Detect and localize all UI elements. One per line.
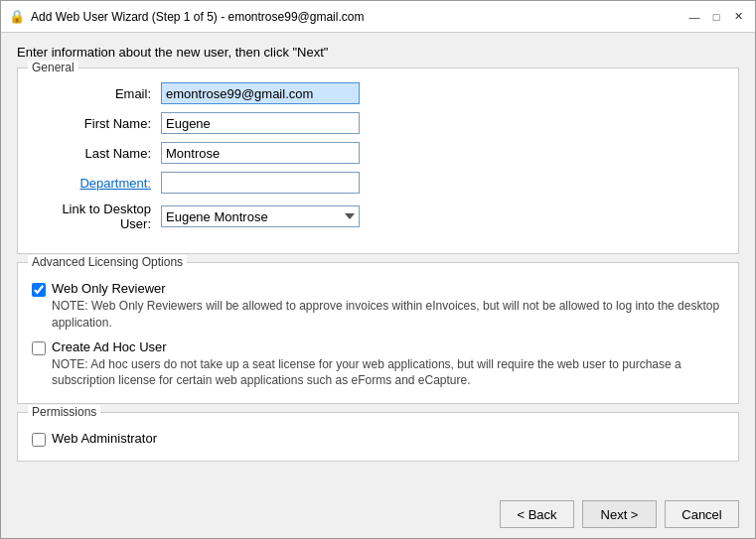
wizard-window: 🔒 Add Web User Wizard (Step 1 of 5) - em… <box>0 0 756 539</box>
back-button[interactable]: < Back <box>500 500 574 528</box>
lastname-row: Last Name: <box>32 142 724 164</box>
link-desktop-label: Link to Desktop User: <box>32 202 161 231</box>
department-row: Department: <box>32 172 724 194</box>
web-only-reviewer-row: Web Only Reviewer NOTE: Web Only Reviewe… <box>32 281 724 332</box>
lastname-label: Last Name: <box>32 146 161 161</box>
firstname-row: First Name: <box>32 112 724 134</box>
link-desktop-row: Link to Desktop User: Eugene Montrose <box>32 202 724 231</box>
web-admin-title: Web Administrator <box>52 431 157 446</box>
window-icon: 🔒 <box>9 9 25 25</box>
advanced-section-label: Advanced Licensing Options <box>28 255 187 269</box>
content-area: Enter information about the new user, th… <box>1 33 755 492</box>
ad-hoc-row: Create Ad Hoc User NOTE: Ad hoc users do… <box>32 339 724 390</box>
create-ad-hoc-checkbox[interactable] <box>32 341 46 355</box>
link-to-desktop-select[interactable]: Eugene Montrose <box>161 205 360 227</box>
web-only-reviewer-content: Web Only Reviewer NOTE: Web Only Reviewe… <box>52 281 724 332</box>
last-name-field[interactable] <box>161 142 360 164</box>
ad-hoc-note: NOTE: Ad hoc users do not take up a seat… <box>52 356 724 390</box>
department-field[interactable] <box>161 172 360 194</box>
web-admin-row: Web Administrator <box>32 431 724 447</box>
email-field[interactable] <box>161 82 360 104</box>
web-only-reviewer-title: Web Only Reviewer <box>52 281 724 296</box>
next-button[interactable]: Next > <box>582 500 657 528</box>
permissions-section-label: Permissions <box>28 405 100 419</box>
web-only-reviewer-checkbox[interactable] <box>32 283 46 297</box>
firstname-label: First Name: <box>32 116 161 131</box>
general-section-label: General <box>28 61 78 74</box>
title-bar: 🔒 Add Web User Wizard (Step 1 of 5) - em… <box>1 1 755 33</box>
close-button[interactable]: ✕ <box>729 8 747 26</box>
web-admin-checkbox[interactable] <box>32 433 46 447</box>
general-section: General Email: First Name: Last Name: De… <box>17 67 739 254</box>
first-name-field[interactable] <box>161 112 360 134</box>
web-admin-content: Web Administrator <box>52 431 157 446</box>
advanced-section: Advanced Licensing Options Web Only Revi… <box>17 262 739 404</box>
window-title: Add Web User Wizard (Step 1 of 5) - emon… <box>31 10 364 24</box>
footer: < Back Next > Cancel <box>1 492 755 538</box>
ad-hoc-title: Create Ad Hoc User <box>52 339 724 354</box>
cancel-button[interactable]: Cancel <box>665 500 739 528</box>
title-bar-left: 🔒 Add Web User Wizard (Step 1 of 5) - em… <box>9 9 364 25</box>
minimize-button[interactable]: — <box>685 8 703 26</box>
instruction-text: Enter information about the new user, th… <box>17 45 739 60</box>
department-label[interactable]: Department: <box>32 176 161 191</box>
email-row: Email: <box>32 82 724 104</box>
window-controls: — □ ✕ <box>685 8 747 26</box>
ad-hoc-content: Create Ad Hoc User NOTE: Ad hoc users do… <box>52 339 724 390</box>
maximize-button[interactable]: □ <box>707 8 725 26</box>
web-only-reviewer-note: NOTE: Web Only Reviewers will be allowed… <box>52 298 724 332</box>
permissions-section: Permissions Web Administrator <box>17 412 739 462</box>
email-label: Email: <box>32 86 161 101</box>
